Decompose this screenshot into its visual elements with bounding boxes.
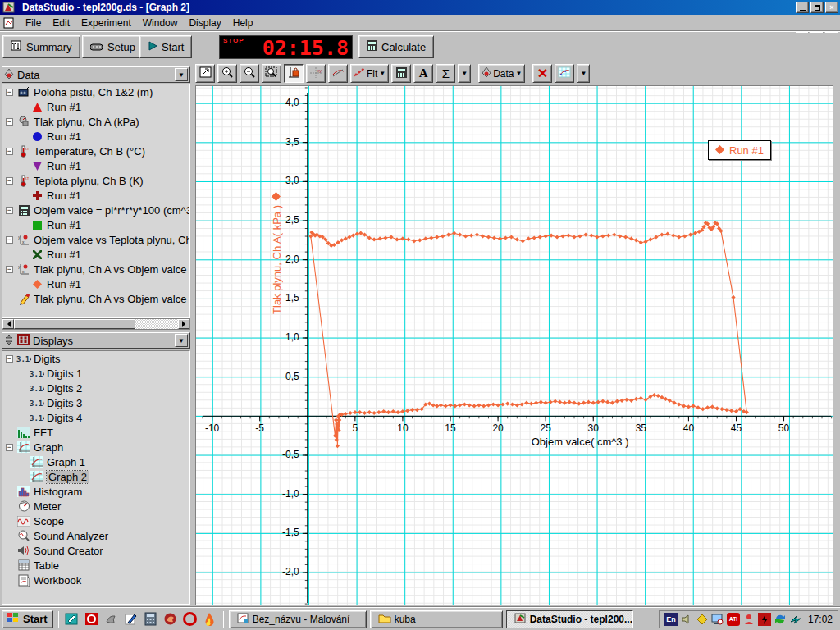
quicklaunch-pen-icon[interactable] (123, 611, 139, 628)
graph-calculator-button[interactable] (391, 64, 411, 83)
display-item[interactable]: 3.14Digits 2 (2, 381, 189, 395)
expand-collapse-box[interactable]: − (6, 236, 13, 244)
expand-collapse-box[interactable]: − (6, 148, 13, 155)
data-menu-button[interactable]: Data ▼ (478, 64, 525, 83)
task-datastudio-button[interactable]: DataStudio - tepl200... (506, 610, 633, 628)
display-item[interactable]: Graph 2 (2, 469, 189, 484)
graph-settings-dropdown-button[interactable]: ▼ (577, 64, 590, 83)
start-button[interactable]: Start (139, 35, 192, 58)
start-menu-button[interactable]: Start (2, 610, 53, 628)
minimize-button[interactable] (796, 2, 809, 13)
menu-file[interactable]: File (20, 16, 47, 30)
data-run-item[interactable]: Run #1 (2, 158, 189, 173)
display-item[interactable]: 3.14Digits 3 (2, 395, 189, 410)
display-item[interactable]: Table (2, 558, 189, 573)
data-item[interactable]: −KTDTemperature, Ch B (°C) (2, 144, 189, 158)
menu-help[interactable]: Help (227, 16, 259, 30)
data-item[interactable]: −Objem valce = pi*r*r*y*100 (cm^3 (2, 203, 189, 217)
expand-collapse-box[interactable]: − (6, 89, 13, 96)
scheduler-icon[interactable] (696, 613, 709, 626)
statistics-button[interactable]: Σ (436, 64, 455, 83)
expand-collapse-box[interactable]: − (6, 355, 13, 363)
data-panel-dropdown-button[interactable]: ▼ (175, 68, 188, 81)
displays-panel-header[interactable]: Displays ▼ (2, 332, 190, 349)
data-run-item[interactable]: Run #1 (2, 217, 189, 232)
expand-collapse-box[interactable]: − (6, 444, 13, 451)
expand-collapse-box[interactable]: − (6, 207, 13, 214)
expand-collapse-box[interactable]: − (6, 177, 13, 185)
zoom-select-button[interactable] (262, 64, 281, 83)
slope-tool-button[interactable] (328, 64, 348, 83)
data-run-item[interactable]: Run #1 (2, 129, 189, 144)
menu-window[interactable]: Window (137, 16, 184, 30)
expand-collapse-box[interactable]: − (6, 266, 13, 273)
task-folder-kuba-button[interactable]: kuba (370, 610, 503, 628)
scroll-left-button[interactable] (2, 319, 14, 329)
quicklaunch-dragon-icon[interactable] (162, 611, 179, 628)
volume-icon[interactable] (680, 613, 693, 626)
delete-button[interactable]: ✕ (532, 64, 552, 83)
scroll-right-button[interactable] (178, 319, 189, 329)
power-icon[interactable] (758, 613, 771, 626)
language-indicator[interactable]: En (664, 613, 678, 626)
data-item[interactable]: −Tlak plynu, Ch A (kPa) (2, 114, 189, 129)
display-item[interactable]: FFT (2, 425, 189, 440)
display-item[interactable]: Graph 1 (2, 454, 189, 469)
display-item[interactable]: Meter (2, 499, 189, 514)
close-button[interactable]: × (825, 2, 838, 13)
data-tree-hscrollbar[interactable] (2, 318, 190, 330)
expand-collapse-box[interactable]: − (6, 118, 13, 126)
menu-edit[interactable]: Edit (47, 16, 75, 30)
quicklaunch-flame-icon[interactable] (202, 611, 218, 628)
quicklaunch-calculator-icon[interactable] (143, 611, 159, 628)
menu-experiment[interactable]: Experiment (75, 16, 137, 30)
graph-plot-area[interactable]: -10-551015202530354045504,03,53,02,52,01… (195, 85, 833, 605)
displays-panel-dropdown-button[interactable]: ▼ (175, 334, 188, 347)
quicklaunch-editor-icon[interactable] (64, 611, 80, 628)
display-item[interactable]: −Graph (2, 440, 189, 454)
legend[interactable]: Run #1 (708, 140, 771, 160)
data-panel-header[interactable]: Data ▼ (2, 66, 190, 83)
data-item[interactable]: −Poloha pistu, Ch 1&2 (m) (2, 84, 189, 99)
display-item[interactable]: Histogram (2, 484, 189, 499)
xy-tool-button[interactable]: xy (306, 64, 326, 83)
statistics-dropdown-button[interactable]: ▼ (458, 64, 471, 83)
zoom-in-button[interactable] (217, 64, 237, 83)
zoom-out-button[interactable] (240, 64, 259, 83)
data-run-item[interactable]: Run #1 (2, 247, 189, 262)
restore-button[interactable] (810, 2, 824, 13)
data-item[interactable]: −xyTlak plynu, Ch A vs Objem valce (2, 262, 189, 276)
document-icon[interactable] (3, 17, 16, 29)
connection-icon[interactable] (789, 613, 802, 626)
text-tool-button[interactable]: A (413, 64, 433, 83)
display-item[interactable]: −3.14Digits (2, 351, 189, 366)
data-item[interactable]: −xyObjem valce vs Teplota plynu, Ch (2, 232, 189, 247)
ati-icon[interactable]: ATi (727, 613, 740, 626)
summary-button[interactable]: Summary (2, 35, 80, 58)
scale-to-fit-button[interactable] (195, 64, 215, 83)
calculate-button[interactable]: Calculate (358, 35, 434, 58)
graph-settings-button[interactable] (555, 64, 574, 83)
task-paint-button[interactable]: Bez_názvu - Malování (229, 610, 367, 628)
display-item[interactable]: 3.14Digits 4 (2, 410, 189, 425)
data-run-item[interactable]: Run #1 (2, 188, 189, 203)
display-item[interactable]: Sound Analyzer (2, 528, 189, 543)
data-item[interactable]: Tlak plynu, Ch A vs Objem valce (2, 291, 189, 306)
display-item[interactable]: Scope (2, 514, 189, 528)
scrollbar-thumb[interactable] (14, 319, 135, 329)
quicklaunch-opera-icon[interactable] (182, 611, 199, 628)
data-run-item[interactable]: Run #1 (2, 99, 189, 114)
menu-display[interactable]: Display (183, 16, 226, 30)
display-item[interactable]: Workbook (2, 573, 189, 587)
agent-icon[interactable] (742, 613, 756, 626)
display-item[interactable]: Sound Creator (2, 543, 189, 558)
refresh-arrows-icon[interactable] (774, 613, 787, 626)
quicklaunch-acrobat-icon[interactable] (84, 611, 100, 628)
display-item[interactable]: 3.14Digits 1 (2, 366, 189, 381)
data-run-item[interactable]: Run #1 (2, 276, 189, 291)
data-item[interactable]: −KTDTeplota plynu, Ch B (K) (2, 173, 189, 188)
fit-button[interactable]: Fit ▼ (350, 64, 389, 83)
display-settings-icon[interactable] (711, 613, 724, 626)
smart-tool-button[interactable] (284, 64, 304, 83)
quicklaunch-bird-icon[interactable] (103, 611, 120, 628)
